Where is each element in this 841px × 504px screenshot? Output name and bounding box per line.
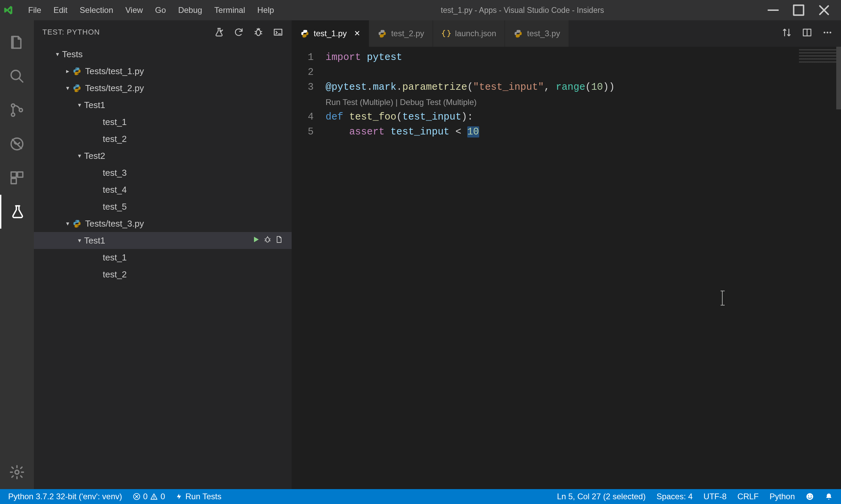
status-cursor-pos[interactable]: Ln 5, Col 27 (2 selected) — [555, 492, 647, 501]
tab-test1[interactable]: test_1.py ✕ — [292, 20, 369, 47]
menu-file[interactable]: File — [22, 3, 48, 18]
debug-icon[interactable] — [263, 235, 272, 246]
titlebar: File Edit Selection View Go Debug Termin… — [0, 0, 841, 20]
tab-launchjson[interactable]: launch.json — [433, 20, 505, 47]
tree-root[interactable]: ▾ Tests — [34, 46, 292, 63]
activity-extensions-icon[interactable] — [0, 161, 34, 195]
more-actions-icon[interactable] — [822, 28, 833, 40]
tree-label: test_1 — [103, 117, 292, 127]
debug-tests-icon[interactable] — [253, 27, 263, 37]
code-line — [326, 65, 841, 80]
activity-search-icon[interactable] — [0, 59, 34, 93]
open-file-icon[interactable] — [275, 235, 283, 246]
svg-line-10 — [13, 140, 22, 149]
split-editor-icon[interactable] — [802, 28, 812, 40]
python-icon — [72, 66, 82, 76]
tab-label: launch.json — [455, 29, 496, 38]
menu-go[interactable]: Go — [149, 3, 172, 18]
tree-test[interactable]: · test_5 — [34, 198, 292, 215]
tree-label: Tests/test_3.py — [85, 218, 292, 229]
tree-suite[interactable]: ▾ Test1 — [34, 96, 292, 113]
tree-suite[interactable]: ▾ Test1 — [34, 232, 292, 249]
python-icon — [513, 29, 523, 38]
activity-scm-icon[interactable] — [0, 93, 34, 127]
show-output-icon[interactable] — [273, 27, 283, 37]
vscode-logo-icon — [3, 5, 14, 15]
status-errors-count: 0 — [143, 492, 148, 501]
tree-item-actions — [252, 235, 292, 246]
minimize-button[interactable] — [765, 3, 782, 18]
sidebar-header: TEST: PYTHON — [34, 20, 292, 44]
tab-test2[interactable]: test_2.py — [369, 20, 433, 47]
status-notifications-icon[interactable] — [823, 492, 835, 501]
line-number: 1 — [292, 50, 314, 65]
tree-label: test_1 — [103, 252, 292, 263]
json-icon — [442, 29, 451, 38]
status-eol[interactable]: CRLF — [736, 492, 761, 501]
status-warnings-count: 0 — [160, 492, 165, 501]
menu-help[interactable]: Help — [251, 3, 280, 18]
tree-file[interactable]: ▸ Tests/test_1.py — [34, 63, 292, 79]
line-number: 2 — [292, 65, 314, 80]
test-tree[interactable]: ▾ Tests ▸ Tests/test_1.py ▾ Tests/test_2… — [34, 44, 292, 489]
activity-debug-icon[interactable] — [0, 127, 34, 161]
svg-rect-12 — [18, 172, 23, 177]
text-cursor-icon — [721, 291, 724, 305]
svg-rect-13 — [11, 179, 16, 184]
compare-changes-icon[interactable] — [782, 28, 792, 40]
tree-file[interactable]: ▾ Tests/test_2.py — [34, 79, 292, 96]
status-problems[interactable]: 0 0 — [131, 492, 167, 501]
tree-label: Tests/test_2.py — [85, 83, 292, 93]
codelens[interactable]: Run Test (Multiple) | Debug Test (Multip… — [326, 95, 841, 110]
tree-test[interactable]: · test_2 — [34, 266, 292, 283]
activity-explorer-icon[interactable] — [0, 25, 34, 59]
tree-label: Tests — [62, 49, 292, 60]
run-all-tests-icon[interactable] — [234, 27, 244, 37]
svg-point-30 — [811, 496, 812, 497]
status-encoding[interactable]: UTF-8 — [702, 492, 729, 501]
tree-label: test_2 — [103, 134, 292, 144]
status-feedback-icon[interactable] — [804, 492, 816, 501]
maximize-button[interactable] — [790, 3, 807, 18]
menu-edit[interactable]: Edit — [48, 3, 73, 18]
svg-point-29 — [808, 496, 809, 497]
tree-test[interactable]: · test_4 — [34, 181, 292, 198]
editor-body[interactable]: 1 2 3 4 5 import pytest @pytest.mark.par… — [292, 47, 841, 489]
run-icon[interactable] — [252, 235, 260, 246]
tree-label: Test1 — [84, 100, 292, 110]
sidebar-actions — [214, 27, 283, 37]
tree-test[interactable]: · test_2 — [34, 130, 292, 147]
tree-test[interactable]: · test_1 — [34, 249, 292, 266]
activity-test-icon[interactable] — [0, 195, 34, 229]
status-python-env[interactable]: Python 3.7.2 32-bit ('env': venv) — [6, 492, 124, 501]
menu-view[interactable]: View — [119, 3, 149, 18]
code-content[interactable]: import pytest @pytest.mark.parametrize("… — [326, 47, 841, 489]
tab-test3[interactable]: test_3.py — [505, 20, 569, 47]
tree-label: test_2 — [103, 269, 292, 280]
close-button[interactable] — [816, 3, 833, 18]
menu-debug[interactable]: Debug — [172, 3, 208, 18]
tree-file[interactable]: ▾ Tests/test_3.py — [34, 215, 292, 232]
python-icon — [72, 83, 82, 93]
code-line: import pytest — [326, 50, 841, 65]
activity-settings-icon[interactable] — [0, 455, 34, 489]
close-tab-icon[interactable]: ✕ — [354, 29, 360, 38]
tree-test[interactable]: · test_3 — [34, 164, 292, 181]
python-icon — [72, 219, 82, 228]
tree-test[interactable]: · test_1 — [34, 113, 292, 130]
svg-line-5 — [19, 78, 23, 82]
status-language[interactable]: Python — [768, 492, 797, 501]
tree-label: Test1 — [84, 235, 252, 246]
sidebar: TEST: PYTHON ▾ Tests ▸ Tests/test_1.py ▾ — [34, 20, 292, 489]
tree-suite[interactable]: ▾ Test2 — [34, 147, 292, 164]
discover-tests-icon[interactable] — [214, 27, 224, 37]
svg-point-27 — [154, 498, 154, 499]
status-run-tests[interactable]: Run Tests — [174, 492, 223, 501]
tab-label: test_1.py — [314, 29, 347, 38]
editor-actions — [773, 20, 841, 47]
menu-selection[interactable]: Selection — [73, 3, 119, 18]
svg-point-15 — [256, 30, 261, 36]
menu-terminal[interactable]: Terminal — [208, 3, 251, 18]
status-indentation[interactable]: Spaces: 4 — [654, 492, 695, 501]
line-number: 5 — [292, 125, 314, 140]
